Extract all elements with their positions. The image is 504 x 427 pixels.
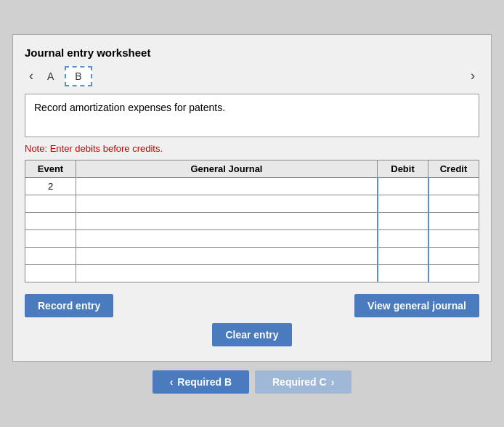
general-journal-input-4[interactable] xyxy=(76,230,377,247)
clear-entry-button[interactable]: Clear entry xyxy=(212,323,291,346)
event-cell-3 xyxy=(25,212,76,229)
col-event: Event xyxy=(25,160,76,177)
tab-a[interactable]: A xyxy=(38,67,63,86)
required-b-label: Required B xyxy=(177,376,232,388)
general-journal-cell-5[interactable] xyxy=(76,247,378,264)
general-journal-cell-2[interactable] xyxy=(76,195,378,212)
table-row xyxy=(25,229,479,247)
debit-cell-1[interactable] xyxy=(378,177,428,195)
clear-button-row: Clear entry xyxy=(25,323,479,346)
debit-input-1[interactable] xyxy=(378,178,428,195)
debit-input-5[interactable] xyxy=(378,248,428,264)
event-cell-2 xyxy=(25,195,76,212)
credit-input-3[interactable] xyxy=(429,213,479,229)
credit-cell-6[interactable] xyxy=(428,264,479,282)
debit-cell-3[interactable] xyxy=(378,212,428,229)
general-journal-cell-6[interactable] xyxy=(76,264,378,282)
general-journal-cell-4[interactable] xyxy=(76,229,378,247)
table-row xyxy=(25,247,479,264)
credit-input-2[interactable] xyxy=(429,195,479,212)
bottom-navigation: ‹ Required B Required C › xyxy=(12,370,492,394)
debit-input-3[interactable] xyxy=(378,213,428,229)
table-row xyxy=(25,195,479,212)
next-arrow[interactable]: › xyxy=(466,68,479,84)
general-journal-input-5[interactable] xyxy=(76,248,377,264)
col-credit: Credit xyxy=(428,160,479,177)
col-debit: Debit xyxy=(378,160,428,177)
tab-b[interactable]: B xyxy=(65,66,92,86)
table-row xyxy=(25,212,479,229)
debit-input-4[interactable] xyxy=(378,230,428,247)
table-row: 2 xyxy=(25,177,479,195)
main-panel: Journal entry worksheet ‹ A B › Record a… xyxy=(12,34,492,362)
credit-cell-4[interactable] xyxy=(428,229,479,247)
page-title: Journal entry worksheet xyxy=(25,46,479,59)
required-c-label: Required C xyxy=(272,376,327,388)
col-general-journal: General Journal xyxy=(76,160,378,177)
debit-cell-6[interactable] xyxy=(378,264,428,282)
record-entry-button[interactable]: Record entry xyxy=(25,294,113,317)
required-c-button[interactable]: Required C › xyxy=(255,370,351,394)
debit-cell-2[interactable] xyxy=(378,195,428,212)
next-arrow-icon: › xyxy=(331,376,335,388)
instruction-box: Record amortization expenses for patents… xyxy=(25,94,479,137)
credit-cell-1[interactable] xyxy=(428,177,479,195)
general-journal-input-3[interactable] xyxy=(76,213,377,229)
prev-arrow[interactable]: ‹ xyxy=(25,68,38,84)
credit-cell-2[interactable] xyxy=(428,195,479,212)
credit-input-4[interactable] xyxy=(429,230,479,247)
required-b-button[interactable]: ‹ Required B xyxy=(153,370,249,394)
debit-cell-4[interactable] xyxy=(378,229,428,247)
prev-arrow-icon: ‹ xyxy=(170,376,174,388)
event-cell-1: 2 xyxy=(25,177,76,195)
event-cell-4 xyxy=(25,229,76,247)
credit-cell-5[interactable] xyxy=(428,247,479,264)
debit-input-2[interactable] xyxy=(378,195,428,212)
view-general-journal-button[interactable]: View general journal xyxy=(354,294,479,317)
credit-input-1[interactable] xyxy=(429,178,479,195)
instruction-text: Record amortization expenses for patents… xyxy=(34,102,225,113)
general-journal-input-1[interactable] xyxy=(76,178,377,195)
credit-cell-3[interactable] xyxy=(428,212,479,229)
event-cell-6 xyxy=(25,264,76,282)
general-journal-input-2[interactable] xyxy=(76,195,377,212)
credit-input-5[interactable] xyxy=(429,248,479,264)
tab-navigation: ‹ A B › xyxy=(25,66,479,86)
debit-input-6[interactable] xyxy=(378,265,428,282)
general-journal-cell-1[interactable] xyxy=(76,177,378,195)
journal-table: Event General Journal Debit Credit 2 xyxy=(25,160,479,282)
general-journal-cell-3[interactable] xyxy=(76,212,378,229)
button-row: Record entry View general journal xyxy=(25,294,479,317)
table-row xyxy=(25,264,479,282)
event-cell-5 xyxy=(25,247,76,264)
general-journal-input-6[interactable] xyxy=(76,265,377,282)
credit-input-6[interactable] xyxy=(429,265,479,282)
note-text: Note: Enter debits before credits. xyxy=(25,143,479,154)
debit-cell-5[interactable] xyxy=(378,247,428,264)
